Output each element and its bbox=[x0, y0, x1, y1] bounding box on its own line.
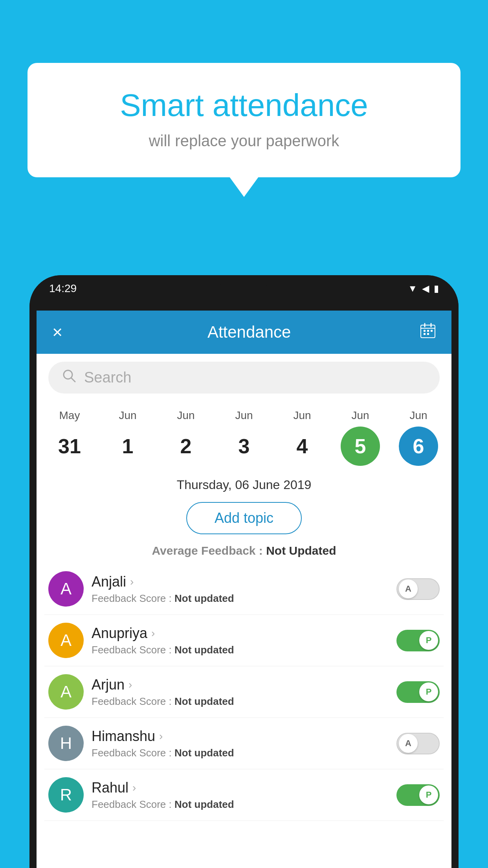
svg-rect-8 bbox=[427, 333, 429, 335]
student-name-4: Rahul › bbox=[92, 780, 389, 796]
speech-bubble-container: Smart attendance will replace your paper… bbox=[28, 63, 460, 177]
speech-bubble: Smart attendance will replace your paper… bbox=[28, 63, 460, 177]
student-feedback-3: Feedback Score : Not updated bbox=[92, 747, 389, 759]
app-header: × Attendance bbox=[37, 311, 451, 354]
student-name-1: Anupriya › bbox=[92, 625, 389, 642]
date-num-0: 31 bbox=[50, 427, 89, 466]
date-item-2[interactable]: Jun2 bbox=[162, 409, 209, 466]
date-month-4: Jun bbox=[293, 409, 311, 422]
date-num-3: 3 bbox=[224, 427, 264, 466]
chevron-icon-3: › bbox=[159, 730, 163, 743]
student-info-4[interactable]: Rahul ›Feedback Score : Not updated bbox=[92, 780, 389, 811]
date-num-1: 1 bbox=[108, 427, 147, 466]
toggle-3[interactable]: A bbox=[396, 733, 440, 754]
student-avatar-1: A bbox=[48, 623, 84, 658]
search-icon bbox=[62, 369, 76, 386]
toggle-knob-0: A bbox=[399, 579, 418, 598]
student-item-1: AAnupriya ›Feedback Score : Not updatedP bbox=[44, 615, 444, 666]
chevron-icon-0: › bbox=[130, 576, 134, 588]
student-feedback-1: Feedback Score : Not updated bbox=[92, 644, 389, 656]
svg-line-10 bbox=[71, 378, 75, 382]
date-num-6: 6 bbox=[399, 427, 438, 466]
bubble-subtitle: will replace your paperwork bbox=[59, 132, 429, 150]
svg-rect-7 bbox=[424, 333, 426, 335]
student-item-3: HHimanshu ›Feedback Score : Not updatedA bbox=[44, 718, 444, 769]
toggle-1[interactable]: P bbox=[396, 630, 440, 651]
toggle-container-0[interactable]: A bbox=[396, 578, 440, 600]
phone-notch: 14:29 ▼ ◀ ▮ bbox=[29, 275, 459, 311]
student-item-2: AArjun ›Feedback Score : Not updatedP bbox=[44, 666, 444, 718]
close-button[interactable]: × bbox=[52, 322, 62, 342]
student-item-4: RRahul ›Feedback Score : Not updatedP bbox=[44, 769, 444, 821]
signal-icon: ◀ bbox=[422, 283, 429, 294]
date-picker-row: May31Jun1Jun2Jun3Jun4Jun5Jun6 bbox=[37, 401, 451, 466]
student-info-3[interactable]: Himanshu ›Feedback Score : Not updated bbox=[92, 728, 389, 759]
toggle-knob-3: A bbox=[399, 734, 418, 753]
phone-frame: 14:29 ▼ ◀ ▮ × Attendance bbox=[29, 275, 459, 868]
toggle-knob-1: P bbox=[419, 631, 438, 650]
avg-feedback-value: Not Updated bbox=[266, 544, 336, 557]
svg-rect-5 bbox=[427, 330, 429, 332]
date-month-0: May bbox=[59, 409, 80, 422]
date-item-3[interactable]: Jun3 bbox=[220, 409, 268, 466]
date-month-6: Jun bbox=[409, 409, 427, 422]
date-num-4: 4 bbox=[283, 427, 322, 466]
date-month-3: Jun bbox=[235, 409, 253, 422]
chevron-icon-1: › bbox=[151, 627, 155, 640]
student-feedback-2: Feedback Score : Not updated bbox=[92, 695, 389, 708]
status-bar: 14:29 ▼ ◀ ▮ bbox=[49, 282, 439, 295]
student-list: AAnjali ›Feedback Score : Not updatedAAA… bbox=[37, 563, 451, 821]
search-placeholder: Search bbox=[84, 369, 131, 386]
student-info-2[interactable]: Arjun ›Feedback Score : Not updated bbox=[92, 677, 389, 708]
date-month-1: Jun bbox=[119, 409, 136, 422]
student-avatar-2: A bbox=[48, 674, 84, 710]
calendar-button[interactable] bbox=[420, 323, 436, 342]
student-feedback-0: Feedback Score : Not updated bbox=[92, 592, 389, 605]
date-item-4[interactable]: Jun4 bbox=[279, 409, 326, 466]
svg-rect-6 bbox=[431, 330, 433, 332]
student-name-3: Himanshu › bbox=[92, 728, 389, 745]
avg-feedback-label: Average Feedback : bbox=[152, 544, 266, 557]
student-name-0: Anjali › bbox=[92, 574, 389, 590]
date-item-5[interactable]: Jun5 bbox=[337, 409, 384, 466]
search-bar[interactable]: Search bbox=[48, 362, 440, 394]
header-title: Attendance bbox=[78, 323, 420, 342]
battery-icon: ▮ bbox=[434, 283, 439, 294]
phone-screen: × Attendance bbox=[37, 311, 451, 868]
student-avatar-0: A bbox=[48, 571, 84, 607]
toggle-0[interactable]: A bbox=[396, 578, 440, 600]
student-feedback-4: Feedback Score : Not updated bbox=[92, 798, 389, 811]
toggle-knob-2: P bbox=[419, 682, 438, 701]
chevron-icon-4: › bbox=[132, 782, 136, 794]
date-month-2: Jun bbox=[177, 409, 194, 422]
toggle-2[interactable]: P bbox=[396, 681, 440, 703]
student-avatar-4: R bbox=[48, 777, 84, 813]
student-info-0[interactable]: Anjali ›Feedback Score : Not updated bbox=[92, 574, 389, 605]
bubble-title: Smart attendance bbox=[59, 86, 429, 124]
date-item-6[interactable]: Jun6 bbox=[395, 409, 442, 466]
toggle-knob-4: P bbox=[419, 785, 438, 804]
status-icons: ▼ ◀ ▮ bbox=[408, 283, 439, 294]
chevron-icon-2: › bbox=[128, 679, 132, 691]
selected-date-label: Thursday, 06 June 2019 bbox=[37, 466, 451, 498]
toggle-container-2[interactable]: P bbox=[396, 681, 440, 703]
date-num-5: 5 bbox=[341, 427, 380, 466]
toggle-container-3[interactable]: A bbox=[396, 733, 440, 754]
wifi-icon: ▼ bbox=[408, 283, 417, 294]
svg-rect-4 bbox=[424, 330, 426, 332]
student-avatar-3: H bbox=[48, 726, 84, 761]
toggle-4[interactable]: P bbox=[396, 784, 440, 806]
student-name-2: Arjun › bbox=[92, 677, 389, 693]
avg-feedback: Average Feedback : Not Updated bbox=[37, 538, 451, 563]
toggle-container-1[interactable]: P bbox=[396, 630, 440, 651]
date-item-0[interactable]: May31 bbox=[46, 409, 93, 466]
date-month-5: Jun bbox=[351, 409, 369, 422]
toggle-container-4[interactable]: P bbox=[396, 784, 440, 806]
status-time: 14:29 bbox=[49, 282, 77, 295]
add-topic-button[interactable]: Add topic bbox=[186, 502, 302, 534]
student-info-1[interactable]: Anupriya ›Feedback Score : Not updated bbox=[92, 625, 389, 656]
student-item-0: AAnjali ›Feedback Score : Not updatedA bbox=[44, 563, 444, 615]
date-num-2: 2 bbox=[166, 427, 205, 466]
date-item-1[interactable]: Jun1 bbox=[104, 409, 151, 466]
